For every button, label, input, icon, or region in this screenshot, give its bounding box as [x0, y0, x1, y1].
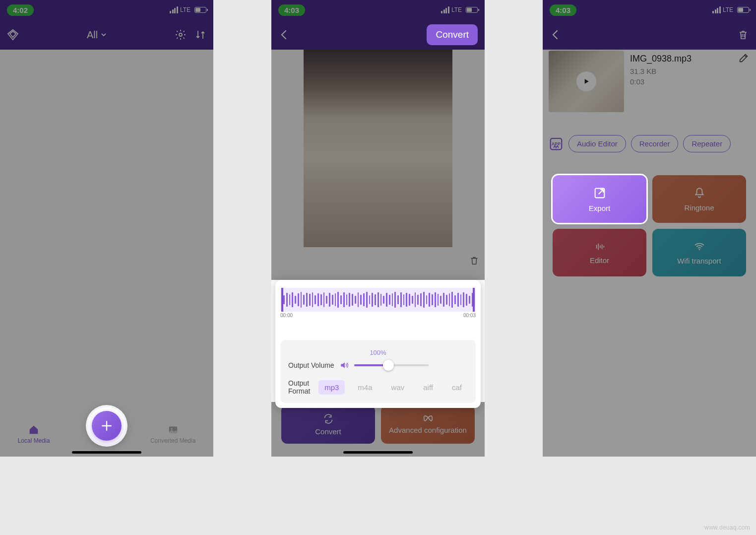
pencil-icon [738, 53, 749, 64]
output-settings-sheet: 00:00 00:03 100% Output Volume Output Fo… [275, 280, 481, 408]
tab-local-media[interactable]: Local Media [18, 424, 50, 444]
add-button[interactable] [92, 411, 122, 441]
sort-icon[interactable] [194, 29, 206, 41]
recorder-pill[interactable]: Recorder [631, 135, 679, 152]
time-end: 00:03 [463, 313, 476, 318]
file-thumbnail[interactable] [549, 51, 624, 112]
volume-slider[interactable] [354, 364, 429, 366]
editor-card[interactable]: Editor [553, 229, 646, 276]
empty-media-list: Local Media Converted Media [0, 50, 213, 457]
trim-handle-left[interactable] [281, 288, 283, 312]
status-right: LTE [170, 6, 206, 13]
infinity-icon [422, 414, 434, 423]
export-icon [593, 186, 607, 200]
battery-icon [194, 7, 206, 13]
trash-icon [469, 255, 480, 266]
statusbar: 4:03 LTE [271, 0, 485, 20]
wifi-icon [693, 241, 706, 253]
app-store-icon[interactable]: APP [549, 136, 564, 151]
home-indicator[interactable] [343, 451, 413, 454]
home-indicator[interactable] [72, 451, 141, 454]
network-label: LTE [723, 6, 733, 13]
signal-icon [441, 6, 449, 13]
filter-dropdown[interactable]: All [87, 29, 107, 41]
time-pill: 4:03 [550, 4, 576, 16]
time-start: 00:00 [280, 313, 293, 318]
play-button[interactable] [576, 71, 596, 91]
settings-icon[interactable] [175, 29, 187, 41]
ringtone-label: Ringtone [684, 203, 714, 212]
convert-icon [323, 413, 334, 424]
export-label: Export [589, 204, 610, 212]
premium-icon[interactable] [7, 29, 19, 41]
back-icon[interactable] [278, 29, 290, 41]
battery-icon [466, 7, 478, 13]
rename-button[interactable] [738, 53, 749, 66]
repeater-pill[interactable]: Repeater [683, 135, 731, 152]
file-size: 31.3 KB [630, 67, 750, 75]
format-caf[interactable]: caf [446, 380, 468, 395]
advanced-label: Advanced configuration [389, 426, 467, 435]
svg-point-0 [179, 33, 182, 36]
editor-label: Editor [590, 256, 609, 265]
file-info-row: IMG_0938.mp3 31.3 KB 0:03 [543, 50, 756, 116]
app-header: All [0, 20, 213, 50]
tab-converted-media[interactable]: Converted Media [150, 424, 195, 444]
delete-icon[interactable] [737, 29, 749, 41]
image-icon [167, 424, 179, 435]
add-fab-highlight [88, 407, 126, 445]
watermark: www.deuaq.com [704, 524, 750, 531]
advanced-config-action[interactable]: Advanced configuration [381, 405, 475, 444]
waveform-times: 00:00 00:03 [280, 313, 476, 318]
svg-point-2 [171, 428, 173, 430]
signal-icon [712, 6, 721, 13]
audio-waveform[interactable] [280, 288, 476, 312]
file-duration: 0:03 [630, 77, 750, 86]
volume-card: 100% Output Volume Output Format mp3 m4a… [280, 340, 476, 403]
video-thumbnail[interactable] [304, 50, 452, 247]
wifi-transport-card[interactable]: Wifi transport [652, 229, 746, 276]
tool-pills-row: APP Audio Editor Recorder Repeater [543, 116, 756, 161]
svg-point-6 [698, 249, 700, 250]
action-grid: Export Ringtone Editor Wifi transport [543, 161, 756, 290]
statusbar: 4:03 LTE [543, 0, 756, 20]
export-card[interactable]: Export [553, 175, 646, 223]
time-pill: 4:03 [278, 4, 305, 16]
tab-label: Converted Media [150, 437, 195, 444]
slider-thumb[interactable] [383, 360, 394, 371]
statusbar: 4:02 LTE [0, 0, 213, 20]
delete-media-button[interactable] [469, 255, 480, 268]
speaker-icon [339, 360, 349, 370]
convert-action[interactable]: Convert [281, 405, 375, 444]
time-pill: 4:02 [7, 4, 34, 16]
status-right: LTE [441, 6, 478, 13]
format-m4a[interactable]: m4a [352, 380, 378, 395]
ringtone-card[interactable]: Ringtone [652, 175, 746, 223]
file-name: IMG_0938.mp3 [630, 54, 750, 64]
back-icon[interactable] [550, 29, 562, 41]
bell-icon [693, 187, 706, 200]
chevron-down-icon [101, 32, 107, 38]
wifi-label: Wifi transport [677, 257, 721, 265]
volume-percent: 100% [288, 349, 468, 356]
trim-handle-right[interactable] [473, 288, 475, 312]
format-aiff[interactable]: aiff [417, 380, 439, 395]
play-icon [582, 77, 590, 85]
format-wav[interactable]: wav [385, 380, 411, 395]
network-label: LTE [180, 6, 190, 13]
bottom-action-buttons: Convert Advanced configuration [281, 405, 475, 444]
screen-local-media: 4:02 LTE All Local Media Converted Medi [0, 0, 213, 457]
battery-icon [737, 7, 749, 13]
screen-file-details: 4:03 LTE IMG_0938.mp3 31.3 KB 0:03 [543, 0, 756, 457]
filter-label: All [87, 29, 98, 41]
format-label: Output Format [288, 379, 312, 395]
signal-icon [170, 6, 178, 13]
network-label: LTE [451, 6, 462, 13]
volume-label: Output Volume [288, 361, 334, 369]
app-header: Convert [271, 20, 485, 50]
tab-label: Local Media [18, 437, 50, 444]
format-mp3[interactable]: mp3 [318, 380, 345, 395]
home-icon [28, 424, 40, 435]
audio-editor-pill[interactable]: Audio Editor [568, 135, 626, 152]
convert-button[interactable]: Convert [427, 24, 478, 45]
